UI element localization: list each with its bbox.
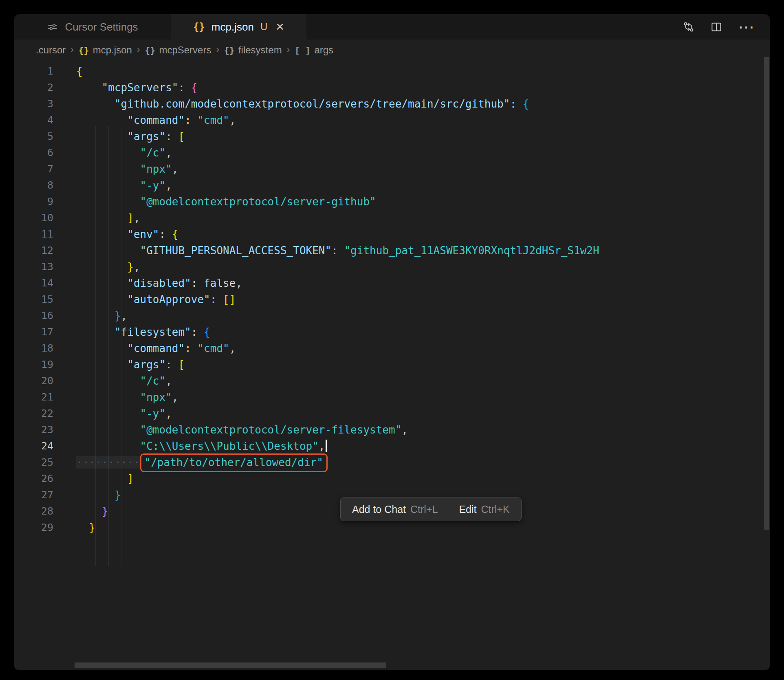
code-line[interactable]: 17 "filesystem": { <box>14 324 770 340</box>
line-number[interactable]: 1 <box>14 63 53 79</box>
line-number[interactable]: 15 <box>14 291 53 308</box>
line-number[interactable]: 12 <box>14 242 53 259</box>
code-line[interactable]: 18 "command": "cmd", <box>14 340 770 357</box>
code-text: ··········"/path/to/other/allowed/dir" <box>76 454 328 471</box>
line-number[interactable]: 8 <box>14 177 53 194</box>
line-number[interactable]: 13 <box>14 259 53 275</box>
line-number[interactable]: 20 <box>14 373 53 389</box>
line-number[interactable]: 25 <box>14 454 53 471</box>
code-text: } <box>76 519 95 536</box>
code-text: "-y", <box>76 177 172 194</box>
indent-guide <box>108 126 109 566</box>
code-text: "disabled": false, <box>76 275 242 291</box>
line-number[interactable]: 21 <box>14 389 53 405</box>
line-number[interactable]: 6 <box>14 145 53 161</box>
line-number[interactable]: 19 <box>14 357 53 373</box>
code-text: "GITHUB_PERSONAL_ACCESS_TOKEN": "github_… <box>76 242 599 259</box>
code-line[interactable]: 1{ <box>14 63 770 79</box>
line-number[interactable]: 23 <box>14 422 53 438</box>
breadcrumb-item[interactable]: [ ]args <box>295 44 333 56</box>
code-text: "command": "cmd", <box>76 340 236 357</box>
code-text: "@modelcontextprotocol/server-filesystem… <box>76 422 408 438</box>
open-changes-icon[interactable] <box>683 21 695 33</box>
code-line[interactable]: 13 }, <box>14 259 770 275</box>
code-line[interactable]: 7 "npx", <box>14 161 770 177</box>
add-to-chat-button[interactable]: Add to Chat Ctrl+L <box>352 504 438 515</box>
line-number[interactable]: 22 <box>14 405 53 422</box>
line-number[interactable]: 11 <box>14 226 53 242</box>
indent-guide <box>83 126 83 566</box>
code-line[interactable]: 11 "env": { <box>14 226 770 242</box>
edit-button[interactable]: Edit Ctrl+K <box>459 504 509 515</box>
code-line[interactable]: 8 "-y", <box>14 177 770 194</box>
code-text: "github.com/modelcontextprotocol/servers… <box>76 96 529 112</box>
code-line[interactable]: 26 ] <box>14 471 770 487</box>
code-text: "args": [ <box>76 128 185 145</box>
breadcrumb-item[interactable]: .cursor <box>36 44 66 56</box>
code-text: "npx", <box>76 161 178 177</box>
code-line[interactable]: 23 "@modelcontextprotocol/server-filesys… <box>14 422 770 438</box>
code-text: { <box>76 63 83 79</box>
git-status-badge: U <box>260 21 267 33</box>
code-text: }, <box>76 308 127 324</box>
code-line[interactable]: 29 } <box>14 519 770 536</box>
vertical-scrollbar-thumb[interactable] <box>764 57 769 530</box>
line-number[interactable]: 18 <box>14 340 53 357</box>
line-number[interactable]: 10 <box>14 210 53 226</box>
line-number[interactable]: 7 <box>14 161 53 177</box>
code-text: "env": { <box>76 226 178 242</box>
code-line[interactable]: 12 "GITHUB_PERSONAL_ACCESS_TOKEN": "gith… <box>14 242 770 259</box>
code-text: } <box>76 503 108 519</box>
code-text: "autoApprove": [] <box>76 291 236 308</box>
code-line[interactable]: 3 "github.com/modelcontextprotocol/serve… <box>14 96 770 112</box>
chevron-right-icon: › <box>216 43 219 56</box>
code-text: "npx", <box>76 389 178 405</box>
chevron-right-icon: › <box>137 43 140 56</box>
horizontal-scrollbar-thumb[interactable] <box>75 662 386 668</box>
code-line[interactable]: 6 "/c", <box>14 145 770 161</box>
line-number[interactable]: 5 <box>14 128 53 145</box>
code-line[interactable]: 19 "args": [ <box>14 357 770 373</box>
line-number[interactable]: 16 <box>14 308 53 324</box>
code-line[interactable]: 10 ], <box>14 210 770 226</box>
breadcrumb-label: .cursor <box>36 44 66 56</box>
line-number[interactable]: 28 <box>14 503 53 519</box>
code-line[interactable]: 5 "args": [ <box>14 128 770 145</box>
line-number[interactable]: 29 <box>14 519 53 536</box>
code-line[interactable]: 22 "-y", <box>14 405 770 422</box>
breadcrumb-item[interactable]: {}mcpServers <box>145 44 211 56</box>
line-number[interactable]: 17 <box>14 324 53 340</box>
code-text: "C:\\Users\\Public\\Desktop", <box>76 438 327 454</box>
line-number[interactable]: 14 <box>14 275 53 291</box>
line-number[interactable]: 27 <box>14 487 53 503</box>
line-number[interactable]: 24 <box>14 438 53 454</box>
line-number[interactable]: 9 <box>14 194 53 210</box>
code-line[interactable]: 25··········"/path/to/other/allowed/dir" <box>14 454 770 471</box>
close-tab-icon[interactable]: ✕ <box>275 21 284 33</box>
tab-cursor-settings[interactable]: Cursor Settings <box>14 14 171 40</box>
code-line[interactable]: 21 "npx", <box>14 389 770 405</box>
breadcrumb-item[interactable]: {}filesystem <box>224 44 282 56</box>
code-line[interactable]: 15 "autoApprove": [] <box>14 291 770 308</box>
code-line[interactable]: 4 "command": "cmd", <box>14 112 770 128</box>
code-line[interactable]: 16 }, <box>14 308 770 324</box>
code-line[interactable]: 20 "/c", <box>14 373 770 389</box>
line-number[interactable]: 26 <box>14 471 53 487</box>
tab-mcp-json[interactable]: {} mcp.json U ✕ <box>171 14 306 40</box>
brackets-icon: [ ] <box>295 45 311 55</box>
code-area: 1{2 "mcpServers": {3 "github.com/modelco… <box>14 63 770 536</box>
split-editor-icon[interactable] <box>710 21 722 33</box>
more-actions-icon[interactable]: ⋯ <box>738 23 754 31</box>
line-number[interactable]: 3 <box>14 96 53 112</box>
breadcrumb-label: mcpServers <box>159 44 211 56</box>
code-text: ] <box>76 471 134 487</box>
code-line[interactable]: 2 "mcpServers": { <box>14 79 770 96</box>
breadcrumb-label: filesystem <box>238 44 282 56</box>
breadcrumb-item[interactable]: {}mcp.json <box>78 44 132 56</box>
line-number[interactable]: 2 <box>14 79 53 96</box>
editor-window: Cursor Settings {} mcp.json U ✕ <box>14 14 770 670</box>
code-line[interactable]: 14 "disabled": false, <box>14 275 770 291</box>
code-line[interactable]: 9 "@modelcontextprotocol/server-github" <box>14 194 770 210</box>
code-line[interactable]: 24 "C:\\Users\\Public\\Desktop", <box>14 438 770 454</box>
line-number[interactable]: 4 <box>14 112 53 128</box>
